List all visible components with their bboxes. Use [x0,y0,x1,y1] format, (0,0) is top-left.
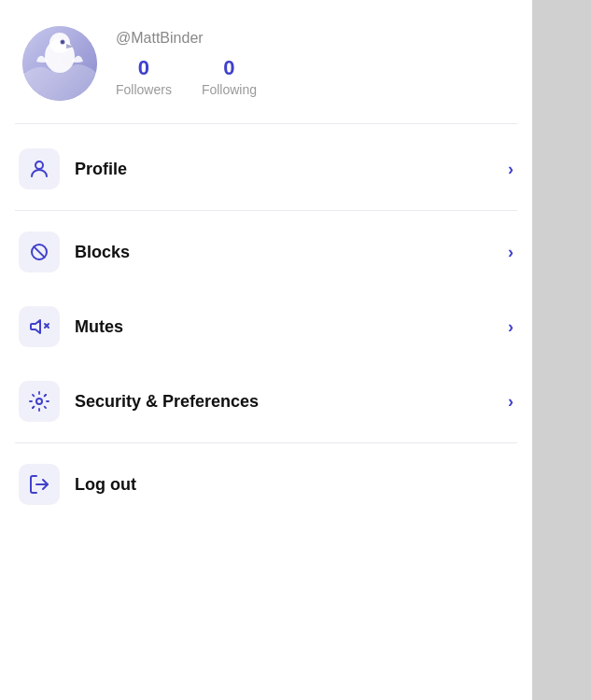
logout-icon [28,473,50,496]
svg-point-5 [35,161,43,169]
scrollbar-area [532,0,591,700]
profile-icon-wrapper [19,148,60,189]
following-count: 0 [223,56,234,80]
security-chevron: › [508,392,514,412]
stats-row: 0 Followers 0 Following [116,56,257,97]
person-icon [28,158,50,180]
menu-section: Profile › Blocks › [0,124,532,529]
profile-menu-item[interactable]: Profile › [0,132,532,206]
svg-line-7 [34,246,44,257]
security-menu-item[interactable]: Security & Preferences › [0,364,532,439]
following-label: Following [202,82,257,97]
blocks-chevron: › [508,243,514,262]
svg-point-4 [62,41,63,43]
svg-point-10 [36,399,42,404]
blocks-icon-wrapper [19,231,60,273]
security-icon-wrapper [19,381,60,422]
logout-label: Log out [75,475,514,495]
mute-icon [28,315,50,338]
security-label: Security & Preferences [75,392,493,412]
followers-label: Followers [116,82,172,97]
blocks-label: Blocks [75,243,493,262]
avatar [22,26,97,101]
logout-icon-wrapper [19,464,60,505]
menu-divider-2 [15,442,517,443]
profile-info: @MattBinder 0 Followers 0 Following [116,30,257,97]
mutes-menu-item[interactable]: Mutes › [0,289,532,364]
mutes-label: Mutes [75,317,493,337]
following-stat[interactable]: 0 Following [202,56,257,97]
main-panel: @MattBinder 0 Followers 0 Following [0,0,532,700]
profile-chevron: › [508,160,514,179]
logout-menu-item[interactable]: Log out [0,447,532,522]
profile-section: @MattBinder 0 Followers 0 Following [0,0,532,123]
svg-point-2 [49,33,70,53]
block-icon [28,241,50,263]
followers-stat[interactable]: 0 Followers [116,56,172,97]
menu-divider-1 [15,210,517,211]
mutes-icon-wrapper [19,306,60,347]
gear-icon [28,390,50,413]
mutes-chevron: › [508,317,514,337]
followers-count: 0 [138,56,149,80]
blocks-menu-item[interactable]: Blocks › [0,215,532,289]
username: @MattBinder [116,30,257,47]
profile-label: Profile [75,160,493,179]
